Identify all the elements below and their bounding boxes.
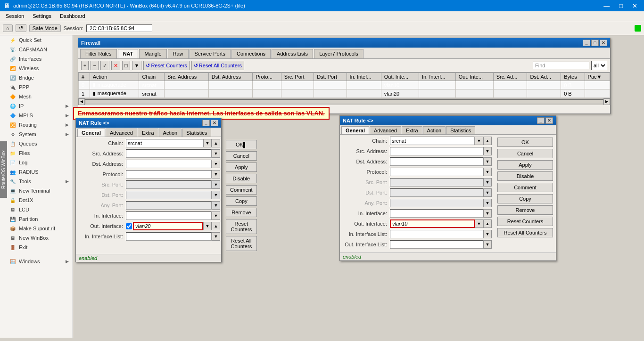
r-src-address-input[interactable]	[390, 147, 483, 155]
menu-settings[interactable]: Settings	[29, 12, 55, 20]
protocol-dropdown-btn[interactable]: ▼	[212, 170, 220, 179]
sidebar-item-partition[interactable]: 💾 Partition	[0, 214, 73, 224]
r-chain-dropdown-btn[interactable]: ▼	[475, 137, 483, 145]
r-protocol-input[interactable]	[390, 168, 483, 176]
sidebar-item-ppp[interactable]: 🔌 PPP	[0, 82, 73, 92]
out-interface-up-btn[interactable]: ▲	[212, 222, 220, 230]
chain-dropdown-btn[interactable]: ▼	[203, 139, 212, 147]
dst-address-input[interactable]	[126, 160, 212, 168]
sidebar-item-wireless[interactable]: 📶 Wireless	[0, 64, 73, 73]
menu-dashboard[interactable]: Dashboard	[56, 12, 89, 20]
sidebar-item-routing[interactable]: 🔀 Routing ▶	[0, 120, 73, 130]
r-out-interface-list-input[interactable]	[390, 240, 483, 249]
out-interface-input-left[interactable]	[133, 222, 203, 230]
sidebar-item-capsman[interactable]: 📡 CAPsMAAN	[0, 45, 73, 54]
protocol-input[interactable]	[126, 170, 212, 179]
tab-nat[interactable]: NAT	[118, 49, 139, 58]
nat-left-tab-advanced[interactable]: Advanced	[106, 129, 137, 137]
firewall-maximize-btn[interactable]: □	[591, 40, 599, 46]
nat-left-minimize-btn[interactable]: _	[202, 120, 210, 126]
src-port-input[interactable]	[126, 180, 212, 189]
nat-left-tab-general[interactable]: General	[77, 129, 105, 137]
nat-right-disable-button[interactable]: Disable	[497, 171, 553, 181]
scroll-left-btn[interactable]: ◀	[78, 98, 85, 105]
r-in-interface-dropdown[interactable]: ▼	[483, 209, 492, 218]
tab-connections[interactable]: Connections	[231, 49, 271, 58]
tab-filter-rules[interactable]: Filter Rules	[80, 49, 117, 58]
refresh-button[interactable]: ↺	[16, 24, 26, 32]
chain-up-btn[interactable]: ▲	[212, 139, 220, 147]
nat-left-reset-all-button[interactable]: Reset All Counters	[226, 236, 257, 251]
sidebar-item-new-winbox[interactable]: 🖥 New WinBox	[0, 233, 73, 243]
r-chain-up-btn[interactable]: ▲	[483, 137, 492, 145]
sidebar-item-windows[interactable]: 🪟 Windows ▶	[0, 257, 73, 266]
nat-left-copy-button[interactable]: Copy	[226, 196, 257, 206]
sidebar-item-interfaces[interactable]: 🔗 Interfaces	[0, 54, 73, 64]
r-out-interface-list-dropdown[interactable]: ▼	[483, 240, 492, 249]
r-dst-port-input[interactable]	[390, 188, 483, 197]
nat-left-disable-button[interactable]: Disable	[226, 174, 257, 183]
sidebar-item-make-supout[interactable]: 📦 Make Supout.rif	[0, 224, 73, 233]
nat-left-cancel-button[interactable]: Cancel	[226, 151, 257, 161]
r-in-interface-input[interactable]	[390, 209, 483, 218]
r-in-interface-list-input[interactable]	[390, 230, 483, 238]
fw-filter-button[interactable]: ▼	[132, 61, 142, 70]
nat-right-tab-general[interactable]: General	[341, 126, 369, 134]
sidebar-item-quick-set[interactable]: ⚡ Quick Set	[0, 35, 73, 45]
sidebar-item-radius[interactable]: 👥 RADIUS	[0, 167, 73, 177]
nat-right-tab-advanced[interactable]: Advanced	[370, 126, 401, 134]
maximize-button[interactable]: □	[616, 2, 626, 9]
out-interface-checkbox[interactable]	[126, 223, 132, 229]
nat-right-copy-button[interactable]: Copy	[497, 194, 553, 203]
table-row[interactable]: 0 ▮masquerade srcnat vlan10	[79, 81, 610, 89]
sidebar-item-queues[interactable]: 📋 Queues	[0, 139, 73, 148]
sidebar-item-log[interactable]: 📄 Log	[0, 158, 73, 167]
fw-find-input[interactable]	[533, 62, 589, 69]
sidebar-item-exit[interactable]: 🚪 Exit	[0, 243, 73, 252]
r-chain-input[interactable]	[390, 137, 475, 145]
src-address-input[interactable]	[126, 149, 212, 158]
in-interface-input[interactable]	[126, 211, 212, 220]
nat-left-tab-action[interactable]: Action	[159, 129, 182, 137]
sidebar-item-lcd[interactable]: 🖥 LCD	[0, 205, 73, 214]
sidebar-item-new-terminal[interactable]: 💻 New Terminal	[0, 186, 73, 195]
sidebar-item-mpls[interactable]: 🔷 MPLS ▶	[0, 111, 73, 120]
fw-delete-button[interactable]: ✕	[111, 61, 120, 70]
r-dst-address-dropdown[interactable]: ▼	[483, 157, 492, 166]
nat-left-comment-button[interactable]: Comment	[226, 185, 257, 195]
nat-right-close-btn[interactable]: ✕	[545, 117, 553, 124]
r-out-interface-input[interactable]	[390, 219, 475, 228]
nat-right-ok-button[interactable]: OK	[497, 138, 553, 147]
fw-add-button[interactable]: +	[81, 61, 89, 70]
nat-right-comment-button[interactable]: Comment	[497, 183, 553, 192]
in-interface-dropdown-btn[interactable]: ▼	[212, 211, 220, 220]
home-button[interactable]: ⌂	[3, 24, 13, 32]
nat-right-reset-all-button[interactable]: Reset All Counters	[497, 228, 553, 237]
fw-scope-select[interactable]: all	[591, 61, 607, 70]
r-any-port-input[interactable]	[390, 199, 483, 207]
menu-session[interactable]: Session	[2, 12, 28, 20]
fw-reset-counters-button[interactable]: ↺ Reset Counters	[143, 61, 189, 70]
nat-right-tab-statistics[interactable]: Statistics	[446, 126, 475, 134]
any-port-input[interactable]	[126, 201, 212, 210]
sidebar-item-tools[interactable]: 🔧 Tools ▶	[0, 177, 73, 186]
nat-right-remove-button[interactable]: Remove	[497, 205, 553, 215]
close-button[interactable]: ✕	[629, 2, 640, 9]
sidebar-item-ip[interactable]: 🌐 IP ▶	[0, 101, 73, 111]
sidebar-item-bridge[interactable]: 🔄 Bridge	[0, 73, 73, 82]
src-address-dropdown-btn[interactable]: ▼	[212, 149, 220, 158]
firewall-close-btn[interactable]: ✕	[600, 40, 607, 46]
chain-input[interactable]	[126, 139, 203, 147]
fw-copy-button[interactable]: □	[122, 61, 130, 70]
nat-right-cancel-button[interactable]: Cancel	[497, 149, 553, 158]
in-interface-list-dropdown-btn[interactable]: ▼	[212, 232, 220, 241]
nat-left-apply-button[interactable]: Apply	[226, 162, 257, 172]
r-src-address-dropdown[interactable]: ▼	[483, 147, 492, 155]
minimize-button[interactable]: —	[601, 2, 612, 9]
r-out-interface-up-btn[interactable]: ▲	[483, 219, 492, 228]
tab-address-lists[interactable]: Address Lists	[272, 49, 313, 58]
r-protocol-dropdown[interactable]: ▼	[483, 168, 492, 176]
nat-left-close-btn[interactable]: ✕	[211, 120, 218, 126]
table-row[interactable]: 1 ▮masquerade srcnat vlan20	[79, 89, 610, 98]
r-out-interface-dropdown[interactable]: ▼	[475, 219, 483, 228]
